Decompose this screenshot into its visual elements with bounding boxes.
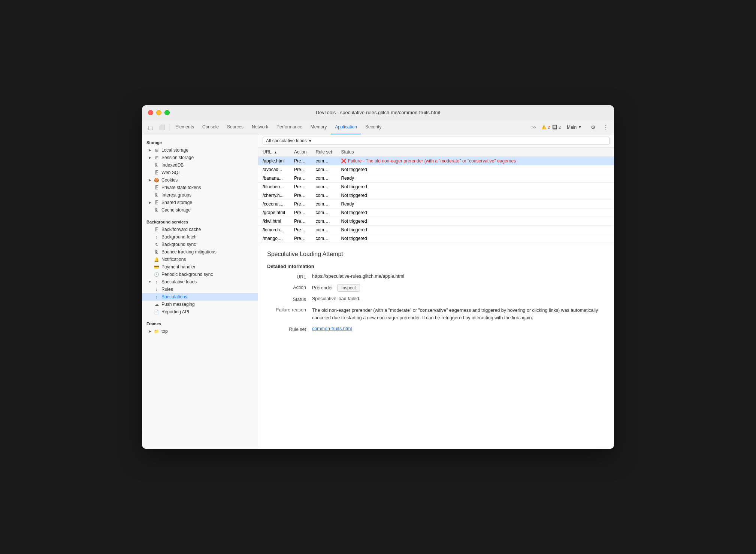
sidebar-label-cache-storage: Cache storage: [161, 207, 191, 213]
device-icon[interactable]: ⬜: [156, 122, 167, 133]
sidebar-item-shared-storage[interactable]: ▶ 🗄 Shared storage: [142, 199, 258, 206]
sidebar-item-push-messaging[interactable]: ▶ ☁ Push messaging: [142, 301, 258, 308]
more-tabs-button[interactable]: >>: [529, 122, 539, 133]
tab-security[interactable]: Security: [362, 120, 385, 134]
cell-ruleset: common-fr...: [311, 191, 336, 200]
table-row[interactable]: /grape.htmlPrerendercommon-fr...Not trig…: [258, 208, 614, 217]
sidebar-item-notifications[interactable]: ▶ 🔔 Notifications: [142, 256, 258, 263]
cell-action: Prerender: [290, 157, 311, 165]
sidebar-item-payment-handler[interactable]: ▶ 💳 Payment handler: [142, 263, 258, 271]
tab-performance[interactable]: Performance: [273, 120, 306, 134]
table-icon: ⊞: [154, 155, 159, 160]
cell-status: Not triggered: [336, 183, 614, 191]
more-options-icon[interactable]: ⋮: [601, 122, 611, 133]
expand-arrow-icon: ▶: [148, 178, 152, 182]
cell-url: /coconut...: [258, 200, 290, 208]
info-count: 2: [559, 125, 561, 130]
cell-ruleset: common-fr...: [311, 217, 336, 226]
main-selector[interactable]: Main ▼: [563, 122, 586, 133]
table-row[interactable]: /blueberr...Prerendercommon-fr...Not tri…: [258, 183, 614, 191]
action-value: Prerender Inspect: [312, 284, 605, 292]
cell-ruleset: common-fr...: [311, 200, 336, 208]
sidebar-item-indexeddb[interactable]: ▶ 🗄 IndexedDB: [142, 161, 258, 169]
title-bar: DevTools - speculative-rules.glitch.me/c…: [142, 105, 614, 120]
tab-elements[interactable]: Elements: [172, 120, 198, 134]
clock-icon: 🕐: [154, 272, 159, 277]
toolbar-separator: [169, 124, 169, 131]
cell-status: Not triggered: [336, 217, 614, 226]
col-header-ruleset[interactable]: Rule set: [311, 147, 336, 157]
detail-row-status: Status Speculative load failed.: [267, 296, 605, 302]
cell-status: Not triggered: [336, 208, 614, 217]
cell-url: /apple.html: [258, 157, 290, 165]
sidebar-item-cookies[interactable]: ▶ 🍪 Cookies: [142, 176, 258, 184]
warnings-count: 2: [548, 125, 550, 130]
cursor-icon[interactable]: ⬚: [145, 122, 155, 133]
maximize-button[interactable]: [164, 110, 170, 115]
sidebar-item-session-storage[interactable]: ▶ ⊞ Session storage: [142, 154, 258, 161]
cylinder-icon: 🗄: [154, 207, 159, 213]
col-header-action[interactable]: Action: [290, 147, 311, 157]
col-header-status[interactable]: Status: [336, 147, 614, 157]
cell-status: Not triggered: [336, 234, 614, 243]
sidebar-item-rules[interactable]: ↕ Rules: [142, 286, 258, 293]
table-row[interactable]: /cherry.h...Prerendercommon-fr...Not tri…: [258, 191, 614, 200]
sidebar-item-speculative-loads[interactable]: ▼ ↕ Speculative loads: [142, 278, 258, 286]
table-row[interactable]: /kiwi.htmlPrerendercommon-fr...Not trigg…: [258, 217, 614, 226]
settings-icon[interactable]: ⚙: [588, 122, 598, 133]
sidebar-label-background-sync: Background sync: [161, 242, 196, 247]
toolbar-right: >> ⚠️ 2 🔲 2 Main ▼ ⚙ ⋮: [529, 122, 611, 133]
warnings-badge[interactable]: ⚠️ 2: [541, 125, 550, 130]
sidebar-item-periodic-background-sync[interactable]: ▶ 🕐 Periodic background sync: [142, 271, 258, 278]
sidebar-label-reporting-api: Reporting API: [161, 309, 189, 314]
sidebar-label-background-fetch: Background fetch: [161, 234, 196, 240]
sidebar-label-bounce-tracking: Bounce tracking mitigations: [161, 249, 217, 255]
tab-sources[interactable]: Sources: [223, 120, 247, 134]
sidebar-item-top[interactable]: ▶ 📁 top: [142, 328, 258, 335]
tab-memory[interactable]: Memory: [307, 120, 330, 134]
tab-application[interactable]: Application: [331, 120, 361, 134]
status-value: Speculative load failed.: [312, 296, 605, 302]
close-button[interactable]: [148, 110, 153, 115]
sidebar-item-reporting-api[interactable]: ▶ 📄 Reporting API: [142, 308, 258, 316]
status-label: Status: [267, 296, 312, 302]
sidebar-item-speculations[interactable]: ↕ Speculations: [142, 293, 258, 301]
table-row[interactable]: /apple.htmlPrerendercommon-fr...❌ Failur…: [258, 157, 614, 165]
warning-icon: ⚠️: [541, 125, 547, 130]
table-row[interactable]: /avocad...Prerendercommon-fr...Not trigg…: [258, 165, 614, 174]
cell-action: Prerender: [290, 183, 311, 191]
table-row[interactable]: /mango....Prerendercommon-fr...Not trigg…: [258, 234, 614, 243]
filter-dropdown[interactable]: All speculative loads ▼: [263, 137, 610, 145]
cylinder-icon: 🗄: [154, 170, 159, 175]
ruleset-link[interactable]: common-fruits.html: [312, 326, 352, 331]
expand-arrow-icon: ▶: [148, 156, 152, 159]
payment-icon: 💳: [154, 264, 159, 270]
sidebar-item-background-sync[interactable]: ▶ ↻ Background sync: [142, 241, 258, 248]
info-badge[interactable]: 🔲 2: [552, 125, 561, 130]
table-row[interactable]: /coconut...Prerendercommon-fr...Ready: [258, 200, 614, 208]
sidebar-item-bounce-tracking[interactable]: ▶ 🗄 Bounce tracking mitigations: [142, 248, 258, 256]
minimize-button[interactable]: [156, 110, 161, 115]
tab-network[interactable]: Network: [248, 120, 272, 134]
table-row[interactable]: /lemon.h...Prerendercommon-fr...Not trig…: [258, 226, 614, 234]
sidebar-item-cache-storage[interactable]: ▶ 🗄 Cache storage: [142, 206, 258, 214]
cell-action: Prerender: [290, 191, 311, 200]
sidebar-item-back-forward-cache[interactable]: ▶ 🗄 Back/forward cache: [142, 226, 258, 233]
sidebar-item-background-fetch[interactable]: ▶ ↕ Background fetch: [142, 233, 258, 241]
sidebar-item-interest-groups[interactable]: ▶ 🗄 Interest groups: [142, 191, 258, 199]
speculative-icon: ↕: [154, 279, 159, 284]
cache-icon: 🗄: [154, 227, 159, 232]
cell-url: /mango....: [258, 234, 290, 243]
sidebar-item-private-state-tokens[interactable]: ▶ 🗄 Private state tokens: [142, 184, 258, 191]
sidebar-item-local-storage[interactable]: ▶ ⊞ Local storage: [142, 146, 258, 154]
ruleset-label: Rule set: [267, 326, 312, 332]
fetch-icon: ↕: [154, 234, 159, 240]
table-row[interactable]: /banana...Prerendercommon-fr...Ready: [258, 174, 614, 183]
failure-label: Failure reason: [267, 307, 312, 322]
sidebar-label-session-storage: Session storage: [161, 155, 194, 160]
inspect-button[interactable]: Inspect: [337, 284, 360, 292]
tab-console[interactable]: Console: [199, 120, 223, 134]
cell-action: Prerender: [290, 174, 311, 183]
sidebar-item-web-sql[interactable]: ▶ 🗄 Web SQL: [142, 169, 258, 176]
col-header-url[interactable]: URL ▲: [258, 147, 290, 157]
